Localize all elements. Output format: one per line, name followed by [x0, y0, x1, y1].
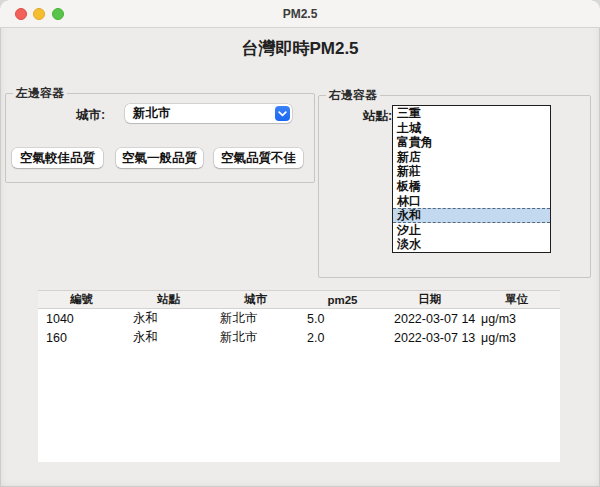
chevron-down-icon: [278, 111, 287, 117]
table-cell: 新北市: [212, 310, 299, 327]
table-cell: 永和: [125, 310, 212, 327]
table-cell: 5.0: [299, 312, 386, 326]
city-label: 城市:: [76, 107, 105, 124]
air-good-quality-button[interactable]: 空氣較佳品質: [12, 148, 103, 168]
listbox-item[interactable]: 富貴角: [393, 135, 550, 150]
app-window: PM2.5 台灣即時PM2.5 左邊容器 城市: 新北市 空氣較佳品質 空氣一般…: [0, 0, 600, 487]
table-cell: 1040: [38, 312, 125, 326]
page-title: 台灣即時PM2.5: [0, 37, 600, 60]
table-cell: 2022-03-07 13: [386, 331, 473, 345]
table-body: 1040永和新北市5.02022-03-07 14μg/m3160永和新北市2.…: [38, 309, 560, 462]
table-row[interactable]: 1040永和新北市5.02022-03-07 14μg/m3: [38, 309, 560, 328]
window-title: PM2.5: [0, 0, 600, 28]
column-header[interactable]: 城市: [212, 292, 299, 307]
column-header[interactable]: pm25: [299, 294, 386, 306]
column-header[interactable]: 站點: [125, 292, 212, 307]
listbox-item[interactable]: 汐止: [393, 223, 550, 238]
table-cell: 永和: [125, 329, 212, 346]
listbox-item[interactable]: 土城: [393, 121, 550, 136]
listbox-item[interactable]: 淡水: [393, 237, 550, 252]
title-bar: PM2.5: [0, 0, 600, 28]
column-header[interactable]: 編號: [38, 292, 125, 307]
city-combobox-value: 新北市: [133, 104, 171, 123]
right-container: 右邊容器 站點: 三重土城富貴角新店新莊板橋林口永和汐止淡水: [318, 95, 591, 278]
table-cell: μg/m3: [473, 312, 560, 326]
table-cell: 新北市: [212, 329, 299, 346]
listbox-item[interactable]: 林口: [393, 194, 550, 209]
table-cell: 2022-03-07 14: [386, 312, 473, 326]
listbox-item-selected[interactable]: 永和: [393, 208, 550, 223]
listbox-item[interactable]: 新店: [393, 150, 550, 165]
column-header[interactable]: 日期: [386, 292, 473, 307]
table-cell: 2.0: [299, 331, 386, 345]
right-container-title: 右邊容器: [326, 88, 380, 102]
listbox-item[interactable]: 板橋: [393, 179, 550, 194]
station-listbox[interactable]: 三重土城富貴角新店新莊板橋林口永和汐止淡水: [392, 105, 551, 253]
table-cell: μg/m3: [473, 331, 560, 345]
table-row[interactable]: 160永和新北市2.02022-03-07 13μg/m3: [38, 328, 560, 347]
listbox-item[interactable]: 三重: [393, 106, 550, 121]
air-normal-quality-button[interactable]: 空氣一般品質: [116, 148, 203, 168]
column-header[interactable]: 單位: [473, 292, 560, 307]
combobox-dropdown-button[interactable]: [275, 106, 290, 121]
table-cell: 160: [38, 331, 125, 345]
table-header-row: 編號站點城市pm25日期單位: [38, 290, 560, 309]
city-combobox[interactable]: 新北市: [125, 104, 292, 123]
station-label: 站點:: [363, 108, 392, 125]
left-container: 左邊容器 城市: 新北市 空氣較佳品質 空氣一般品質 空氣品質不佳: [5, 93, 315, 183]
left-container-title: 左邊容器: [13, 86, 67, 100]
air-poor-quality-button[interactable]: 空氣品質不佳: [214, 148, 303, 168]
listbox-item[interactable]: 新莊: [393, 164, 550, 179]
